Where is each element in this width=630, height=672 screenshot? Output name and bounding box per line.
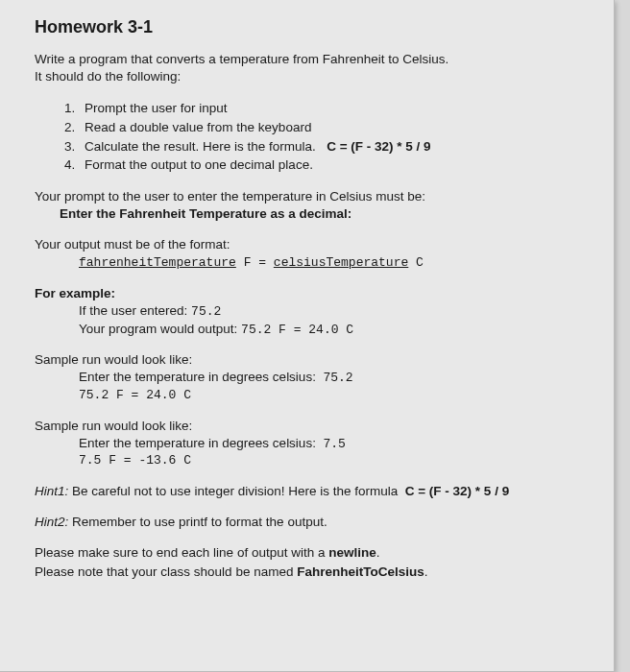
step-text: Calculate the result. Here is the formul… — [85, 139, 316, 154]
note1-line: Please make sure to end each line of out… — [35, 544, 587, 562]
step-item: Calculate the result. Here is the formul… — [79, 137, 587, 156]
output-mid: F = — [236, 255, 274, 270]
example-if-text: If the user entered: — [79, 303, 191, 318]
note1-b: newline — [328, 545, 376, 560]
hint2-block: Hint2: Remember to use printf to format … — [35, 514, 587, 531]
hint1-label: Hint1: — [35, 484, 68, 498]
hint1-text: Be careful not to use integer division! … — [68, 484, 401, 498]
sample2-line1: Enter the temperature in degrees celsius… — [35, 435, 587, 453]
intro-line-1: Write a program that converts a temperat… — [35, 51, 587, 68]
note2-line: Please note that your class should be na… — [35, 564, 587, 581]
notes-block: Please make sure to end each line of out… — [35, 544, 587, 581]
sample2-heading: Sample run would look like: — [35, 418, 587, 435]
sample2-prompt: Enter the temperature in degrees celsius… — [79, 436, 316, 450]
example-out-line: Your program would output: 75.2 F = 24.0… — [35, 321, 587, 339]
sample2-output: 7.5 F = -13.6 C — [35, 452, 587, 469]
example-block: For example: If the user entered: 75.2 Y… — [35, 285, 587, 338]
prompt-block: Your prompt to the user to enter the tem… — [35, 188, 587, 223]
output-var-fahrenheit: fahrenheitTemperature — [79, 255, 236, 270]
sample1-line1: Enter the temperature in degrees celsius… — [35, 369, 587, 387]
hint1-formula: C = (F - 32) * 5 / 9 — [405, 484, 509, 498]
step-item: Format the output to one decimal place. — [79, 156, 587, 175]
document-page: Homework 3-1 Write a program that conver… — [0, 0, 615, 672]
sample1-output: 75.2 F = 24.0 C — [35, 387, 587, 404]
output-var-celsius: celsiusTemperature — [274, 255, 408, 270]
hint2-line: Hint2: Remember to use printf to format … — [35, 514, 587, 531]
example-if-value: 75.2 — [191, 304, 221, 319]
note2-a: Please note that your class should be na… — [35, 564, 297, 579]
example-out-value: 75.2 F = 24.0 C — [241, 323, 353, 337]
hint1-block: Hint1: Be careful not to use integer div… — [35, 483, 587, 500]
output-end: C — [408, 255, 424, 270]
note2-c: . — [424, 564, 428, 579]
steps-list: Prompt the user for input Read a double … — [35, 99, 587, 174]
example-out-text: Your program would output: — [79, 322, 241, 336]
intro-line-2: It should do the following: — [35, 68, 587, 85]
note1-c: . — [376, 545, 380, 560]
note1-a: Please make sure to end each line of out… — [35, 545, 328, 560]
example-heading: For example: — [35, 285, 587, 302]
hint1-line: Hint1: Be careful not to use integer div… — [35, 483, 587, 500]
hint2-text: Remember to use printf to format the out… — [68, 515, 327, 529]
output-block: Your output must be of the format: fahre… — [35, 236, 587, 272]
step-item: Prompt the user for input — [79, 99, 587, 118]
page-title: Homework 3-1 — [35, 17, 587, 37]
intro-block: Write a program that converts a temperat… — [35, 51, 587, 85]
hint2-label: Hint2: — [35, 515, 68, 529]
sample1-heading: Sample run would look like: — [35, 351, 587, 369]
sample1-input: 75.2 — [323, 371, 352, 385]
output-format: fahrenheitTemperature F = celsiusTempera… — [35, 253, 587, 272]
prompt-intro: Your prompt to the user to enter the tem… — [35, 188, 587, 205]
sample-run-1: Sample run would look like: Enter the te… — [35, 351, 587, 403]
step-item: Read a double value from the keyboard — [79, 118, 587, 137]
example-if-line: If the user entered: 75.2 — [35, 302, 587, 321]
sample1-prompt: Enter the temperature in degrees celsius… — [79, 370, 316, 384]
formula-inline: C = (F - 32) * 5 / 9 — [327, 139, 430, 154]
prompt-value: Enter the Fahrenheit Temperature as a de… — [35, 205, 587, 223]
sample-run-2: Sample run would look like: Enter the te… — [35, 418, 587, 469]
note2-b: FahrenheitToCelsius — [297, 564, 424, 579]
output-intro: Your output must be of the format: — [35, 236, 587, 253]
sample2-input: 7.5 — [323, 437, 345, 451]
